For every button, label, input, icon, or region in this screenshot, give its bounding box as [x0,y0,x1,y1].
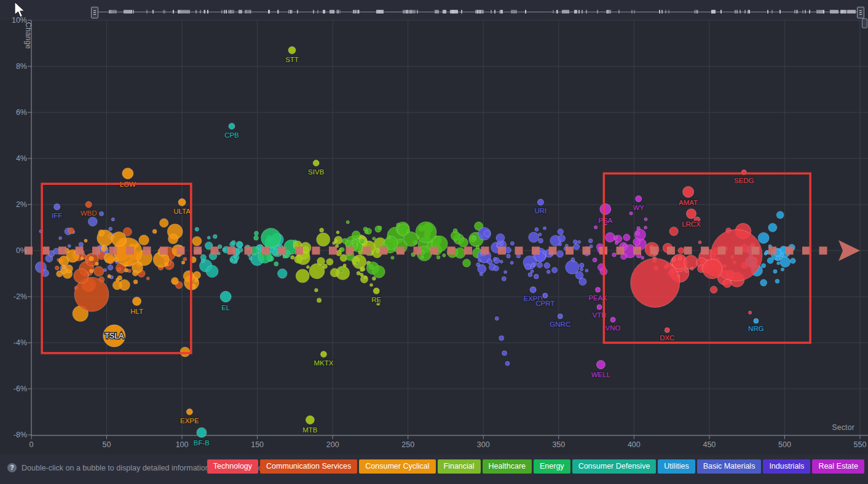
bubble[interactable] [238,248,243,252]
bubble[interactable] [623,234,630,241]
bubble-LOW[interactable] [122,168,133,179]
bubble[interactable] [111,218,114,221]
bubble[interactable] [79,242,83,246]
bubble-SIVB[interactable] [313,160,319,166]
bubble-PEAK[interactable] [596,287,601,292]
bubble[interactable] [59,236,62,240]
bubble[interactable] [373,237,376,240]
bubble[interactable] [479,273,483,276]
bubble[interactable] [710,286,717,294]
bubble[interactable] [459,238,468,247]
bubble[interactable] [543,251,546,254]
bubble[interactable] [558,235,565,241]
bubble[interactable] [690,267,693,270]
bubble[interactable] [201,259,205,263]
bubble-LRCX[interactable] [686,209,696,219]
bubble-AMAT[interactable] [683,186,694,197]
legend-item-basic-materials[interactable]: Basic Materials [697,459,762,474]
legend-item-energy[interactable]: Energy [534,459,570,474]
bubble[interactable] [360,273,364,276]
bubble[interactable] [90,269,93,273]
bubble[interactable] [132,270,138,276]
slider-handle-right[interactable] [857,7,864,18]
bubble[interactable] [552,267,558,273]
bubble-IFF[interactable] [54,204,60,210]
bubble[interactable] [776,211,784,219]
bubble[interactable] [476,263,480,267]
bubble[interactable] [317,298,321,302]
legend-item-technology[interactable]: Technology [207,459,258,474]
bubble[interactable] [261,228,281,248]
bubble[interactable] [397,223,400,226]
bubble-ULTA[interactable] [178,198,186,206]
bubble[interactable] [181,261,184,264]
bubble[interactable] [472,236,475,240]
bubble[interactable] [57,271,63,277]
bubble[interactable] [773,270,777,273]
bubble[interactable] [360,241,363,244]
bubble[interactable] [124,268,128,272]
legend-item-industrials[interactable]: Industrials [763,459,810,474]
bubble[interactable] [510,261,513,264]
bubble[interactable] [493,257,496,260]
bubble[interactable] [633,238,641,246]
bubble[interactable] [62,265,65,268]
legend-item-communication-services[interactable]: Communication Services [260,459,357,474]
bubble[interactable] [278,269,288,279]
bubble[interactable] [192,236,202,246]
bubble[interactable] [760,279,767,286]
bubble-EXPD[interactable] [530,287,536,293]
bubble[interactable] [502,276,506,281]
bubble[interactable] [673,258,676,261]
bubble[interactable] [749,311,752,314]
bubble[interactable] [644,217,647,221]
bubble[interactable] [364,276,367,279]
bubble[interactable] [108,265,113,270]
bubble[interactable] [781,268,784,271]
bubble-URI[interactable] [537,199,543,205]
bubble[interactable] [346,221,349,224]
bubble[interactable] [55,266,60,270]
bubble[interactable] [234,260,237,263]
bubble[interactable] [379,226,382,229]
bubble[interactable] [678,257,681,260]
bubble[interactable] [116,278,119,282]
bubble[interactable] [535,228,539,232]
bubble[interactable] [631,259,680,308]
legend-item-financial[interactable]: Financial [438,459,481,474]
bubble[interactable] [500,242,503,245]
bubble-BF-B[interactable] [197,427,207,437]
bubble[interactable] [195,227,199,231]
bubble[interactable] [539,238,543,243]
bubble[interactable] [537,262,542,268]
bubble[interactable] [342,238,348,244]
bubble[interactable] [291,256,294,259]
bubble[interactable] [780,257,791,267]
bubble[interactable] [615,241,618,244]
bubble[interactable] [320,228,324,232]
bubble[interactable] [531,263,534,267]
bubble[interactable] [230,259,233,262]
bubble[interactable] [237,242,243,248]
bubble[interactable] [494,266,499,271]
bubble[interactable] [326,259,333,265]
bubble-VNO[interactable] [610,318,615,322]
bubble[interactable] [369,265,373,269]
bubble[interactable] [571,258,575,262]
bubble[interactable] [193,271,200,279]
bubble-VTR[interactable] [597,305,602,310]
bubble[interactable] [420,256,424,259]
bubble[interactable] [365,230,368,233]
bubble[interactable] [546,270,550,274]
bubble[interactable] [74,268,89,283]
bubble-HLT[interactable] [133,297,141,306]
bubble[interactable] [68,244,71,248]
bubble[interactable] [296,269,309,283]
bubble[interactable] [340,248,344,252]
bubble[interactable] [678,248,684,254]
bubble[interactable] [84,239,87,242]
bubble[interactable] [111,232,126,246]
bubble[interactable] [183,257,187,261]
bubble[interactable] [360,268,364,271]
bubble[interactable] [502,351,507,356]
